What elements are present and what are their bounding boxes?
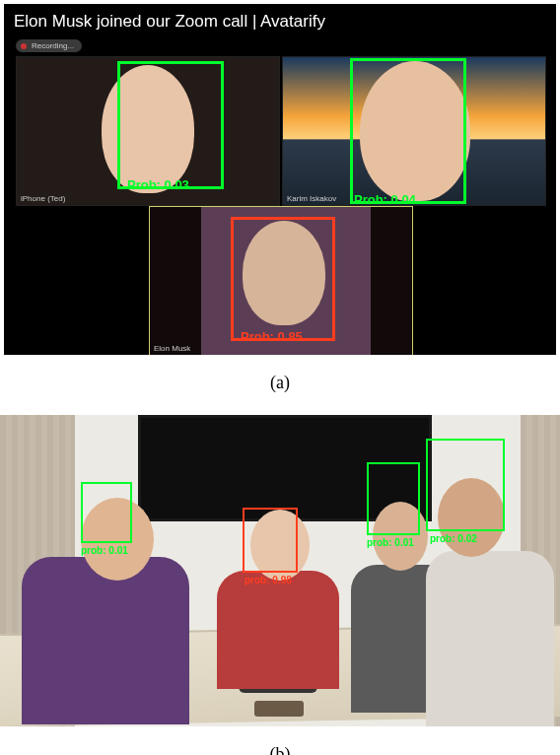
face-bbox-real <box>81 482 132 543</box>
prob-label: prob: 0.01 <box>81 545 128 556</box>
prob-label: prob: 0.01 <box>367 537 414 548</box>
prob-label: Prob: 0.03 <box>127 177 189 192</box>
tile-name-tag: Karim Iskakov <box>287 194 336 203</box>
face-bbox-real <box>426 439 505 531</box>
zoom-tile-1: iPhone (Ted) Prob: 0.03 <box>16 56 280 206</box>
zoom-tile-2: Karim Iskakov Prob: 0.04 <box>282 56 546 206</box>
video-title: Elon Musk joined our Zoom call | Avatari… <box>14 12 325 32</box>
face-bbox-real <box>367 462 420 535</box>
tray <box>254 701 304 717</box>
tile-name-tag: iPhone (Ted) <box>21 194 65 203</box>
prob-label: prob: 0.02 <box>430 533 477 544</box>
zoom-tile-3: Elon Musk Prob: 0.85 <box>149 206 413 355</box>
caption-b: (b) <box>0 744 560 755</box>
figure: Elon Musk joined our Zoom call | Avatari… <box>0 4 560 755</box>
caption-a: (a) <box>0 373 560 393</box>
recording-pill: Recording... <box>16 39 82 52</box>
face-bbox-real <box>117 61 224 189</box>
prob-label: prob: 0.98 <box>245 575 292 585</box>
tile-name-tag: Elon Musk <box>154 344 190 353</box>
prob-label: Prob: 0.04 <box>354 192 416 207</box>
panel-b: prob: 0.01 prob: 0.98 prob: 0.01 prob: 0… <box>0 415 560 726</box>
face-bbox-fake <box>231 217 335 341</box>
face-bbox-fake <box>243 508 298 573</box>
face-bbox-real <box>350 58 466 204</box>
prob-label: Prob: 0.85 <box>241 329 303 344</box>
panel-a: Elon Musk joined our Zoom call | Avatari… <box>4 4 556 355</box>
